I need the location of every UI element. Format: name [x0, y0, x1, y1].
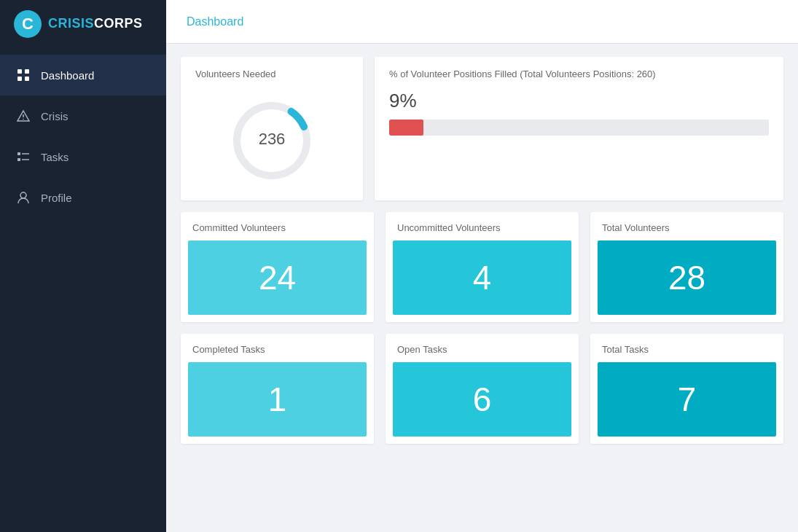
- volunteers-needed-card: Volunteers Needed 236: [181, 57, 363, 200]
- positions-filled-label: % of Volunteer Positions Filled (Total V…: [389, 69, 769, 79]
- tasks-stat-row: Completed Tasks 1 Open Tasks 6 Total Tas…: [181, 334, 783, 444]
- sidebar: C CRISISCORPS Dashboard: [0, 0, 166, 532]
- dashboard-label: Dashboard: [41, 69, 94, 82]
- topbar: Dashboard: [166, 0, 798, 44]
- svg-text:C: C: [22, 15, 34, 33]
- top-row: Volunteers Needed 236 % of Volunteer Pos: [181, 57, 783, 200]
- positions-filled-card: % of Volunteer Positions Filled (Total V…: [375, 57, 783, 200]
- committed-volunteers-card: Committed Volunteers 24: [181, 212, 374, 322]
- svg-rect-10: [17, 158, 20, 161]
- list-icon: [16, 149, 31, 164]
- page-title: Dashboard: [187, 15, 243, 28]
- open-tasks-value: 6: [393, 362, 571, 437]
- uncommitted-volunteers-value: 4: [393, 240, 571, 315]
- person-icon: [16, 190, 31, 205]
- dashboard-content: Volunteers Needed 236 % of Volunteer Pos: [166, 44, 798, 457]
- total-volunteers-card: Total Volunteers 28: [590, 212, 783, 322]
- sidebar-item-crisis[interactable]: Crisis: [0, 95, 166, 136]
- total-volunteers-label: Total Volunteers: [590, 212, 783, 233]
- svg-rect-9: [17, 152, 20, 155]
- sidebar-item-dashboard[interactable]: Dashboard: [0, 55, 166, 95]
- svg-point-13: [20, 192, 26, 198]
- app-name-suffix: CORPS: [94, 16, 143, 31]
- svg-point-8: [23, 119, 24, 120]
- crisis-label: Crisis: [41, 110, 69, 122]
- donut-container: 236: [195, 90, 348, 189]
- total-volunteers-value: 28: [598, 240, 776, 315]
- completed-tasks-value: 1: [188, 362, 367, 437]
- completed-tasks-card: Completed Tasks 1: [181, 334, 374, 444]
- sidebar-item-tasks[interactable]: Tasks: [0, 136, 166, 177]
- total-tasks-card: Total Tasks 7: [590, 334, 783, 444]
- warning-icon: [16, 109, 31, 123]
- open-tasks-label: Open Tasks: [386, 334, 579, 355]
- progress-bar-fill: [389, 120, 423, 136]
- uncommitted-volunteers-label: Uncommitted Volunteers: [386, 212, 579, 233]
- sidebar-nav: Dashboard Crisis: [0, 55, 166, 218]
- main-content: Dashboard Volunteers Needed 236: [166, 0, 798, 532]
- completed-tasks-label: Completed Tasks: [181, 334, 374, 355]
- progress-percent: 9%: [389, 90, 769, 112]
- profile-label: Profile: [41, 192, 72, 204]
- svg-rect-3: [25, 69, 29, 74]
- volunteers-needed-label: Volunteers Needed: [195, 69, 276, 79]
- volunteers-stat-row: Committed Volunteers 24 Uncommitted Volu…: [181, 212, 783, 322]
- logo-icon: C: [13, 9, 42, 39]
- sidebar-item-profile[interactable]: Profile: [0, 177, 166, 218]
- app-name-prefix: CRISIS: [48, 16, 94, 31]
- svg-rect-2: [17, 69, 22, 74]
- svg-rect-5: [25, 77, 29, 81]
- tasks-label: Tasks: [41, 151, 69, 163]
- committed-volunteers-value: 24: [188, 240, 367, 315]
- app-name: CRISISCORPS: [48, 16, 143, 31]
- committed-volunteers-label: Committed Volunteers: [181, 212, 374, 233]
- grid-icon: [16, 68, 31, 82]
- svg-rect-4: [17, 77, 22, 81]
- open-tasks-card: Open Tasks 6: [386, 334, 579, 444]
- donut-chart: 236: [228, 97, 316, 184]
- total-tasks-label: Total Tasks: [590, 334, 783, 355]
- logo: C CRISISCORPS: [0, 0, 166, 47]
- total-tasks-value: 7: [598, 362, 776, 437]
- progress-bar-track: [389, 120, 769, 136]
- svg-text:236: 236: [259, 130, 286, 148]
- uncommitted-volunteers-card: Uncommitted Volunteers 4: [386, 212, 579, 322]
